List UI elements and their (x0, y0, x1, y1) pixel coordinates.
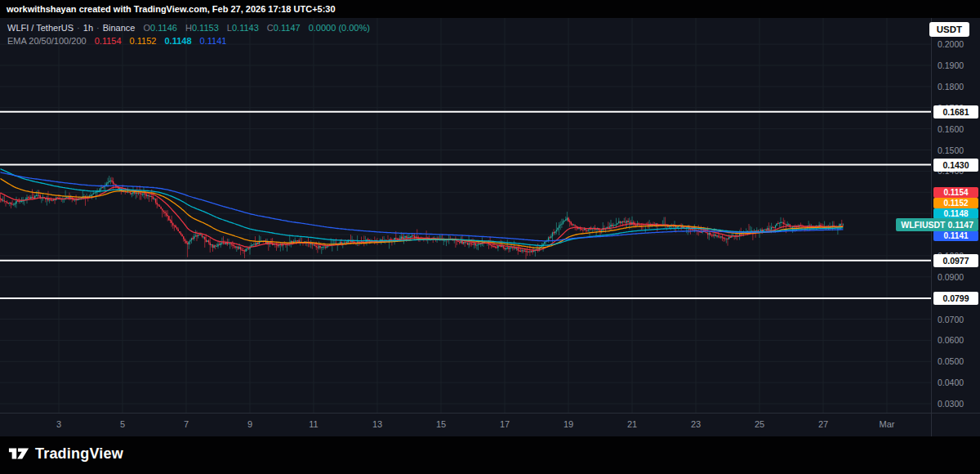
chart-plot-area[interactable]: WLFI / TetherUS·1h·Binance O0.1146 H0.11… (0, 18, 931, 413)
price-tick: 0.1800 (938, 81, 964, 92)
price-level-box: 0.1430 (933, 159, 978, 172)
chart-legend: WLFI / TetherUS·1h·Binance O0.1146 H0.11… (7, 21, 370, 47)
price-tick: 0.1900 (938, 60, 964, 71)
time-tick-15: 15 (425, 419, 457, 429)
ema100-value: 0.1148 (164, 36, 191, 46)
high-label: H (185, 23, 192, 33)
symbol-legend-row[interactable]: WLFI / TetherUS·1h·Binance O0.1146 H0.11… (7, 21, 370, 34)
tradingview-snapshot: workwithshayan created with TradingView.… (0, 0, 980, 474)
time-axis[interactable]: 3579111315171921232527Mar (0, 413, 980, 436)
ema-50-price-label: 0.1152 (933, 198, 978, 208)
tradingview-logo-icon (8, 445, 29, 463)
indicator-title[interactable]: EMA 20/50/100/200 (7, 36, 87, 46)
bottom-bar: TradingView (0, 436, 980, 474)
ema-200-line (1, 172, 844, 241)
ema-20-price-label: 0.1154 (933, 187, 978, 198)
change-value: 0.0000 (0.00%) (309, 23, 370, 33)
ema20-value: 0.1154 (95, 36, 122, 46)
price-tick: 0.0300 (938, 398, 964, 409)
candlestick-chart[interactable] (0, 18, 931, 413)
price-tick: 0.1600 (938, 123, 964, 135)
close-label: C (267, 23, 274, 33)
high-value: 0.1153 (192, 23, 219, 33)
time-tick-13: 13 (361, 419, 394, 429)
time-tick-9: 9 (234, 419, 266, 429)
price-tick: 0.0400 (938, 377, 964, 388)
time-tick-7: 7 (170, 419, 203, 429)
watermark-bar: workwithshayan created with TradingView.… (0, 0, 980, 18)
currency-usdt-button[interactable]: USDT (929, 22, 969, 37)
time-tick-Mar: Mar (871, 419, 903, 429)
interval-label[interactable]: 1h (83, 23, 93, 33)
time-tick-19: 19 (552, 419, 585, 429)
close-value: 0.1147 (274, 23, 301, 33)
watermark-text: workwithshayan created with TradingView.… (7, 4, 336, 14)
time-tick-23: 23 (679, 419, 712, 429)
tradingview-logo[interactable]: TradingView (8, 445, 123, 463)
low-value: 0.1143 (232, 23, 259, 33)
price-axis[interactable]: 0.20000.19000.18000.17000.16000.15000.14… (931, 18, 980, 436)
price-tick: 0.1500 (938, 145, 964, 156)
time-tick-21: 21 (616, 419, 648, 429)
time-tick-11: 11 (297, 419, 330, 429)
price-tick: 0.0600 (938, 334, 964, 346)
open-label: O (144, 23, 151, 33)
price-level-box: 0.0977 (933, 254, 978, 267)
open-value: 0.1146 (150, 23, 177, 33)
price-tick: 0.0900 (938, 271, 964, 283)
last-price-label: WLFIUSDT 0.1147 (896, 218, 978, 231)
price-tick: 0.0700 (938, 314, 964, 325)
ema200-value: 0.1141 (200, 36, 227, 46)
ema50-value: 0.1152 (130, 36, 157, 46)
time-tick-25: 25 (743, 419, 776, 429)
price-level-box: 0.0799 (933, 292, 978, 305)
ema-20-line (1, 187, 844, 250)
exchange-label[interactable]: Binance (103, 23, 136, 33)
indicator-legend-row[interactable]: EMA 20/50/100/200 0.1154 0.1152 0.1148 0… (7, 34, 370, 47)
price-tick: 0.2000 (938, 38, 964, 50)
time-tick-27: 27 (807, 419, 840, 429)
time-tick-5: 5 (106, 419, 139, 429)
tradingview-logo-text: TradingView (35, 445, 123, 463)
price-tick: 0.0500 (938, 356, 964, 367)
price-level-box: 0.1681 (933, 105, 978, 118)
symbol-title[interactable]: WLFI / TetherUS (7, 23, 74, 33)
time-tick-17: 17 (488, 419, 521, 429)
ema-200-price-label: 0.1141 (933, 230, 978, 241)
time-tick-3: 3 (42, 419, 75, 429)
